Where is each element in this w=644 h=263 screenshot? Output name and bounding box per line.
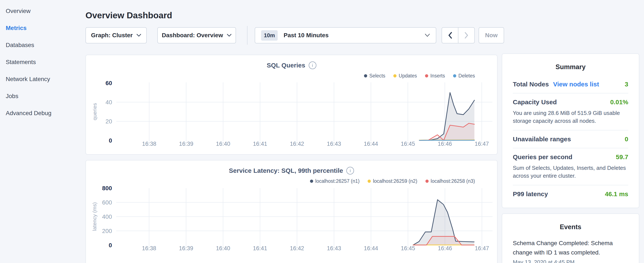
svg-text:16:42: 16:42 <box>290 245 304 251</box>
svg-text:16:45: 16:45 <box>401 245 415 251</box>
svg-text:40: 40 <box>106 99 112 106</box>
summary-row-value: 59.7 <box>616 153 628 161</box>
sidebar-item-jobs[interactable]: Jobs <box>6 88 82 105</box>
sidebar-nav: OverviewMetricsDatabasesStatementsNetwor… <box>6 3 82 122</box>
summary-title: Summary <box>513 63 628 71</box>
event-list: Schema Change Completed: Schema change w… <box>513 238 628 263</box>
svg-text:16:44: 16:44 <box>364 141 378 147</box>
time-window-selector[interactable]: 10m Past 10 Minutes <box>255 27 436 43</box>
dashboard-dropdown-label: Dashboard: Overview <box>162 32 223 39</box>
summary-row-description: Sum of Selects, Updates, Inserts, and De… <box>513 164 628 180</box>
sidebar-item-metrics[interactable]: Metrics <box>6 20 82 37</box>
graph-dropdown-label: Graph: Cluster <box>91 32 133 39</box>
summary-row-value: 3 <box>625 81 628 88</box>
previous-time-button[interactable] <box>442 28 458 43</box>
svg-text:16:41: 16:41 <box>253 245 267 251</box>
sidebar-item-databases[interactable]: Databases <box>6 37 82 54</box>
time-step-buttons <box>442 27 475 43</box>
sidebar-item-overview[interactable]: Overview <box>6 3 82 20</box>
svg-text:16:38: 16:38 <box>142 141 156 147</box>
svg-text:200: 200 <box>102 228 112 234</box>
svg-text:16:43: 16:43 <box>327 141 341 147</box>
svg-text:16:41: 16:41 <box>253 141 267 147</box>
svg-text:0: 0 <box>109 242 112 248</box>
svg-text:16:39: 16:39 <box>179 245 193 251</box>
summary-row-description: You are using 28.6 MiB of 515.9 GiB usab… <box>513 109 628 125</box>
page-title: Overview Dashboard <box>86 11 172 21</box>
svg-text:16:38: 16:38 <box>142 245 156 251</box>
controls-divider <box>247 26 248 45</box>
next-time-button[interactable] <box>458 28 474 43</box>
svg-text:0: 0 <box>109 137 112 144</box>
svg-text:16:43: 16:43 <box>327 245 341 251</box>
summary-row: Queries per second59.7Sum of Selects, Up… <box>513 148 628 185</box>
time-window-badge: 10m <box>261 30 278 41</box>
sql-queries-chart-card: SQL Queries i SelectsUpdatesInsertsDelet… <box>86 55 498 155</box>
svg-text:16:40: 16:40 <box>216 245 230 251</box>
svg-text:16:46: 16:46 <box>438 245 452 251</box>
summary-row-value: 46.1 ms <box>605 190 628 198</box>
svg-text:16:39: 16:39 <box>179 141 193 147</box>
summary-row-label: Unavailable ranges <box>513 136 571 143</box>
now-button-label: Now <box>485 32 498 39</box>
svg-text:16:45: 16:45 <box>401 141 415 147</box>
chevron-left-icon <box>448 32 452 39</box>
sql-queries-chart[interactable]: 16:3816:3916:4016:4116:4216:4316:4416:45… <box>86 55 497 154</box>
sidebar-item-advanced-debug[interactable]: Advanced Debug <box>6 105 82 122</box>
svg-text:16:40: 16:40 <box>216 141 230 147</box>
sidebar-item-statements[interactable]: Statements <box>6 54 82 71</box>
svg-text:16:42: 16:42 <box>290 141 304 147</box>
summary-row: Total NodesView nodes list3 <box>513 76 628 93</box>
event-timestamp: May 13, 2020 at 4:45 PM <box>513 259 628 263</box>
service-latency-chart-card: Service Latency: SQL, 99th percentile i … <box>86 160 498 263</box>
graph-dropdown[interactable]: Graph: Cluster <box>86 27 147 43</box>
summary-row: P99 latency46.1 ms <box>513 185 628 203</box>
svg-text:latency (ms): latency (ms) <box>92 202 98 231</box>
app-root: OverviewMetricsDatabasesStatementsNetwor… <box>0 0 644 263</box>
svg-text:600: 600 <box>102 199 112 206</box>
summary-rows: Total NodesView nodes list3Capacity Used… <box>513 76 628 203</box>
summary-row: Unavailable ranges0 <box>513 130 628 148</box>
svg-text:60: 60 <box>106 80 112 86</box>
summary-row-label: Queries per second <box>513 153 572 161</box>
event-item[interactable]: Schema Change Completed: Schema change w… <box>513 238 628 257</box>
dashboard-dropdown[interactable]: Dashboard: Overview <box>157 27 236 43</box>
chevron-down-icon <box>227 34 232 37</box>
service-latency-chart[interactable]: 16:3816:3916:4016:4116:4216:4316:4416:45… <box>86 160 497 263</box>
summary-row-value: 0 <box>625 136 628 143</box>
svg-text:400: 400 <box>102 213 112 220</box>
svg-text:16:44: 16:44 <box>364 245 378 251</box>
summary-row-label: Total Nodes <box>513 81 549 88</box>
svg-text:16:47: 16:47 <box>475 245 489 251</box>
svg-text:16:46: 16:46 <box>438 141 452 147</box>
summary-panel: Summary Total NodesView nodes list3Capac… <box>502 53 639 208</box>
svg-text:16:47: 16:47 <box>475 141 489 147</box>
events-title: Events <box>513 223 628 231</box>
sidebar-item-network-latency[interactable]: Network Latency <box>6 71 82 88</box>
svg-text:20: 20 <box>106 118 112 125</box>
svg-text:800: 800 <box>102 185 112 191</box>
view-nodes-list-link[interactable]: View nodes list <box>553 81 599 88</box>
chevron-down-icon <box>136 34 141 37</box>
events-panel: Events Schema Change Completed: Schema c… <box>502 213 639 263</box>
chevron-down-icon <box>425 34 430 37</box>
time-window-label: Past 10 Minutes <box>284 32 329 39</box>
summary-row-label: Capacity Used <box>513 99 557 106</box>
svg-text:queries: queries <box>92 103 98 120</box>
summary-row-value: 0.01% <box>610 99 628 106</box>
summary-row-label: P99 latency <box>513 190 548 198</box>
chevron-right-icon <box>464 32 468 39</box>
summary-row: Capacity Used0.01%You are using 28.6 MiB… <box>513 93 628 130</box>
now-button[interactable]: Now <box>478 27 504 43</box>
